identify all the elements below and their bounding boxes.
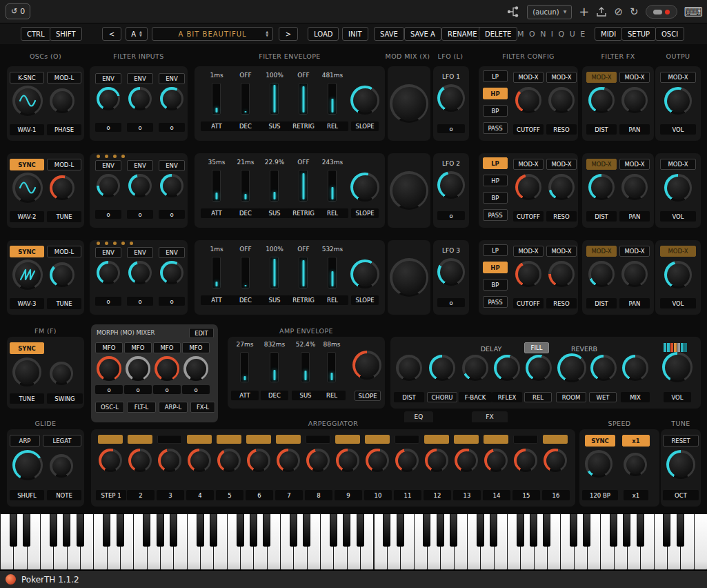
osc1-wave-label[interactable]: WAV-1	[10, 124, 44, 135]
piano-white-key[interactable]	[694, 513, 707, 570]
fx-choru-knob[interactable]	[429, 355, 455, 381]
filter1-type-hp[interactable]: HP	[483, 88, 508, 99]
octave-knob[interactable]	[666, 450, 695, 479]
vol-label[interactable]: VOL	[660, 124, 696, 135]
arp-step-8-toggle[interactable]	[306, 435, 330, 444]
fx-rflex-knob[interactable]	[494, 355, 520, 381]
arp-step-11-label[interactable]: 11	[394, 490, 421, 500]
filter1-vol-modx[interactable]: MOD-X	[660, 72, 696, 83]
osc2-sync-button[interactable]: SYNC	[10, 159, 44, 170]
amp-env-slider[interactable]	[240, 352, 249, 382]
filter2-dist-modx[interactable]: MOD-X	[586, 159, 617, 170]
piano-black-key[interactable]	[117, 513, 124, 547]
filter2-input-knob[interactable]	[160, 174, 183, 197]
fx-f-back-label[interactable]: F-BACK	[459, 392, 492, 402]
filter1-input-knob[interactable]	[128, 87, 152, 110]
piano-black-key[interactable]	[383, 513, 390, 547]
filter2-type-bp[interactable]: BP	[483, 192, 508, 204]
filter3-input-knob[interactable]	[97, 261, 120, 284]
filter1-input-env-button[interactable]: ENV	[159, 73, 185, 84]
pan-label[interactable]: PAN	[619, 124, 650, 135]
filter3-input-knob[interactable]	[128, 261, 152, 284]
vol-label[interactable]: VOL	[660, 211, 696, 222]
amp-env-slider[interactable]	[327, 352, 336, 382]
piano-black-key[interactable]	[170, 513, 177, 547]
pan-label[interactable]: PAN	[619, 298, 650, 308]
fm-swing-label[interactable]: SWING	[47, 393, 83, 404]
filter3-input-amount[interactable]: o	[127, 297, 153, 306]
mod-mix-knob-2[interactable]	[390, 171, 428, 210]
filter3-input-amount[interactable]: o	[159, 297, 185, 306]
filter2-input-amount[interactable]: o	[95, 210, 121, 219]
env-stage-label[interactable]: ATT	[201, 295, 232, 305]
filter1-cutoff-knob[interactable]	[515, 87, 541, 113]
arp-step-16-knob[interactable]	[544, 449, 567, 472]
piano-black-key[interactable]	[663, 513, 670, 547]
piano-black-key[interactable]	[397, 513, 404, 547]
filter2-dist-knob[interactable]	[588, 174, 615, 200]
piano-black-key[interactable]	[50, 513, 57, 547]
filter1-env-slider[interactable]	[299, 83, 308, 115]
glide-shuffle-knob[interactable]	[12, 450, 43, 480]
arp-step-9-knob[interactable]	[336, 449, 359, 472]
glide-arp-button[interactable]: ARP	[10, 435, 40, 447]
keyboard-icon[interactable]: ⌨	[684, 6, 703, 19]
filter3-env-slider[interactable]	[270, 257, 279, 288]
arp-step-12-knob[interactable]	[425, 449, 448, 472]
filter3-env-slider[interactable]	[328, 257, 337, 288]
routing-icon[interactable]	[506, 6, 520, 18]
save-as-button[interactable]: SAVE A	[404, 27, 441, 41]
filter3-cutoff-knob[interactable]	[515, 261, 541, 287]
arp-step-16-label[interactable]: 16	[542, 490, 570, 500]
osc3-param-knob[interactable]	[50, 262, 74, 287]
morph-amount-2[interactable]: o	[124, 385, 152, 394]
bpm-label[interactable]: 120 BP	[582, 490, 618, 500]
arp-step-3-label[interactable]: 3	[157, 490, 184, 500]
filter3-type-pass[interactable]: PASS	[483, 296, 508, 308]
filter3-slope-knob[interactable]	[350, 259, 379, 288]
filter3-pan-knob[interactable]	[621, 261, 648, 287]
filter1-dist-modx[interactable]: MOD-X	[586, 72, 617, 83]
filter3-type-hp[interactable]: HP	[483, 262, 508, 273]
osc1-mod-button[interactable]: MOD-L	[47, 72, 81, 84]
filter3-reso-knob[interactable]	[548, 261, 575, 287]
filter3-input-amount[interactable]: o	[95, 297, 121, 306]
reso-label[interactable]: RESO	[546, 298, 577, 308]
filter1-cutoff-modx[interactable]: MOD-X	[513, 72, 544, 83]
lfo3-knob[interactable]	[437, 258, 465, 286]
fx-room-label[interactable]: ROOM	[556, 392, 586, 402]
cutoff-label[interactable]: CUTOFF	[513, 211, 544, 222]
fill-button[interactable]: FILL	[524, 342, 549, 353]
arp-step-10-toggle[interactable]	[365, 435, 390, 444]
osc1-wave-knob[interactable]	[12, 86, 43, 116]
filter1-slope-knob[interactable]	[350, 86, 379, 115]
prev-preset-button[interactable]: <	[102, 27, 121, 41]
record-toggle[interactable]	[646, 5, 677, 19]
piano-black-key[interactable]	[530, 513, 537, 547]
fm-sync-button[interactable]: SYNC	[10, 342, 44, 354]
piano-black-key[interactable]	[157, 513, 164, 547]
arp-step-2-label[interactable]: 2	[127, 490, 155, 500]
filter3-vol-knob[interactable]	[664, 261, 692, 288]
disable-icon[interactable]: ⊘	[614, 7, 623, 17]
fx-f-back-knob[interactable]	[462, 355, 488, 381]
arp-step-6-knob[interactable]	[247, 449, 270, 472]
filter1-input-env-button[interactable]: ENV	[127, 73, 153, 84]
fx-mix-label[interactable]: MIX	[621, 392, 650, 402]
morph-knob-3[interactable]	[155, 356, 179, 381]
arp-step-15-label[interactable]: 15	[512, 490, 540, 500]
arp-step-1-toggle[interactable]	[98, 435, 123, 444]
filter1-input-amount[interactable]: o	[127, 123, 153, 132]
env-stage-label[interactable]: REL	[317, 295, 348, 305]
env-stage-label[interactable]: DEC	[230, 208, 261, 218]
osc3-sync-button[interactable]: SYNC	[10, 246, 44, 257]
init-button[interactable]: INIT	[342, 27, 368, 41]
piano-black-key[interactable]	[250, 513, 257, 547]
filter3-vol-modx[interactable]: MOD-X	[660, 246, 696, 257]
piano-black-key[interactable]	[143, 513, 150, 547]
fx-dist-label[interactable]: DIST	[394, 392, 424, 402]
env-stage-label[interactable]: SUS	[259, 208, 290, 218]
arp-step-14-label[interactable]: 14	[483, 490, 510, 500]
plus-button[interactable]: +	[579, 6, 589, 18]
piano-black-key[interactable]	[450, 513, 457, 547]
